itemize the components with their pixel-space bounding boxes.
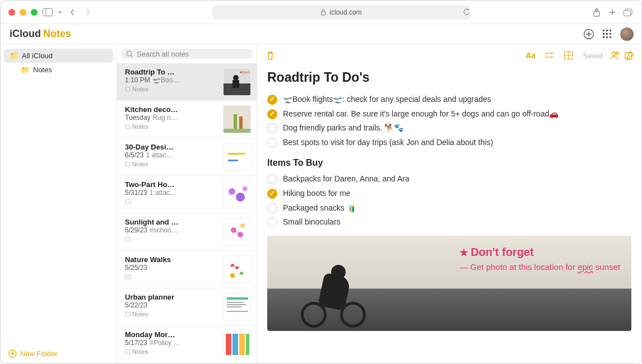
note-item-title: Sunlight and … (125, 218, 218, 226)
svg-rect-25 (224, 129, 250, 133)
sidebar-item-notes[interactable]: 📁 Notes (4, 63, 113, 77)
folder-icon: ▢ (125, 85, 131, 92)
checkbox[interactable] (267, 217, 277, 227)
checklist-item[interactable]: 🛫Book flights🛫: check for any special de… (267, 94, 631, 105)
new-tab-icon[interactable] (607, 7, 618, 18)
note-list-item[interactable]: Urban planner 5/22/23 ▢Notes (117, 288, 257, 326)
checklist-icon[interactable] (545, 50, 555, 60)
checkbox[interactable] (267, 174, 277, 184)
note-item-title: 30-Day Desi… (125, 143, 218, 151)
checklist-item[interactable]: Small binoculars (267, 217, 631, 228)
share-icon[interactable] (591, 7, 602, 18)
note-item-title: Urban planner (125, 293, 218, 301)
svg-rect-28 (224, 143, 250, 171)
close-window-button[interactable] (8, 9, 15, 16)
svg-point-17 (127, 51, 131, 55)
checkbox[interactable] (267, 123, 277, 133)
note-thumbnail (223, 330, 251, 358)
note-thumbnail (223, 293, 251, 321)
checklist-item[interactable]: Packaged snacks 🧃 (267, 203, 631, 214)
checklist-item[interactable]: Reserve rental car. Be sure it's large e… (267, 109, 631, 120)
forward-button[interactable] (82, 7, 94, 18)
folder-icon: ▢ (125, 198, 131, 205)
checklist-text: 🛫Book flights🛫: check for any special de… (283, 94, 491, 105)
checklist-text: Hiking boots for me (283, 188, 351, 199)
svg-rect-26 (234, 114, 237, 129)
note-item-title: Kitchen deco… (125, 105, 218, 114)
folder-icon: 📁 (21, 66, 29, 74)
saved-label: Saved (583, 52, 603, 60)
checklist-text: Packaged snacks 🧃 (283, 203, 356, 214)
note-item-title: Two-Part Ho… (125, 180, 218, 189)
checkbox[interactable] (267, 109, 277, 119)
svg-rect-52 (246, 334, 249, 355)
svg-point-55 (546, 56, 548, 58)
apps-grid-icon[interactable] (602, 29, 612, 39)
note-list-item[interactable]: Nature Walks 5/25/23 ▢ (117, 251, 257, 288)
svg-rect-14 (606, 36, 608, 38)
avatar[interactable] (620, 27, 634, 41)
checklist-item[interactable]: Best spots to visit for day trips (ask J… (267, 137, 631, 148)
text-style-icon[interactable]: Aa (525, 50, 536, 60)
checklist-item[interactable]: Backpacks for Daren, Anna, and Ara (267, 174, 631, 185)
note-list-item[interactable]: Roadtrip To … 1:10 PM🛫Boo… ▢Notes ★Don't… (117, 63, 257, 101)
url-bar[interactable]: icloud.com (212, 5, 470, 20)
note-content[interactable]: Roadtrip To Do's 🛫Book flights🛫: check f… (257, 67, 641, 363)
table-icon[interactable] (564, 50, 574, 60)
svg-rect-46 (227, 306, 241, 307)
note-item-title: Monday Mor… (125, 330, 218, 339)
back-button[interactable] (67, 7, 78, 18)
collaborate-icon[interactable] (609, 51, 619, 60)
brand-notes: Notes (43, 28, 71, 40)
note-subheading: Items To Buy (267, 158, 631, 168)
tabs-icon[interactable] (622, 7, 634, 18)
svg-rect-15 (610, 36, 611, 38)
search-input[interactable]: Search all notes (122, 49, 252, 59)
svg-rect-9 (610, 30, 611, 31)
traffic-lights (8, 9, 38, 16)
url-text: icloud.com (329, 8, 361, 16)
checklist-text: Best spots to visit for day trips (ask J… (283, 137, 493, 148)
handwritten-annotation: Don't forget — Get photo at this locatio… (459, 245, 620, 322)
new-folder-button[interactable]: New Folder (4, 344, 113, 363)
trash-icon[interactable] (265, 50, 275, 60)
compose-icon[interactable] (625, 51, 634, 60)
folder-icon: ▢ (125, 235, 131, 242)
sidebar-item-all-icloud[interactable]: 📁 All iCloud (4, 49, 113, 63)
checkbox[interactable] (267, 203, 277, 213)
svg-point-34 (243, 186, 247, 191)
note-editor: Aa Saved Roadtrip To Do's 🛫Book flights🛫… (257, 44, 641, 363)
svg-rect-22 (232, 80, 239, 88)
note-list-item[interactable]: Two-Part Ho… 5/31/231 attac… ▢ (117, 176, 257, 213)
svg-point-32 (229, 188, 235, 195)
search-placeholder: Search all notes (137, 50, 189, 58)
plus-circle-icon (8, 349, 17, 358)
checklist-item[interactable]: Dog friendly parks and trails. 🐕🐾 (267, 123, 631, 134)
chevron-down-icon[interactable] (58, 7, 62, 18)
checkbox[interactable] (267, 189, 277, 199)
note-list-item[interactable]: Monday Mor… 5/17/23#Policy … ▢Notes (117, 326, 257, 363)
checklist-item[interactable]: Hiking boots for me (267, 188, 631, 199)
maximize-window-button[interactable] (31, 9, 38, 16)
editor-toolbar: Aa Saved (257, 44, 641, 67)
svg-rect-11 (606, 33, 608, 35)
app-brand[interactable]: iCloud Notes (7, 28, 71, 40)
checklist-text: Reserve rental car. Be sure it's large e… (283, 109, 559, 120)
add-icon[interactable] (583, 29, 594, 40)
note-list-item[interactable]: Sunlight and … 5/29/23#schoo… ▢ (117, 213, 257, 251)
checkbox[interactable] (267, 95, 277, 105)
svg-rect-2 (322, 12, 325, 15)
reload-icon[interactable] (461, 7, 472, 18)
note-list-item[interactable]: Kitchen deco… TuesdayRug n… ▢Notes (117, 101, 257, 138)
note-list-item[interactable]: 30-Day Desi… 6/5/231 attac… ▢Notes (117, 138, 257, 176)
brand-icloud: iCloud (10, 28, 41, 40)
note-thumbnail (223, 180, 251, 208)
note-thumbnail (223, 143, 251, 171)
svg-point-21 (233, 75, 239, 81)
sidebar-toggle-icon[interactable] (42, 7, 53, 18)
attached-image[interactable]: Don't forget — Get photo at this locatio… (267, 236, 631, 331)
svg-rect-50 (232, 334, 238, 355)
note-item-title: Roadtrip To … (125, 68, 218, 76)
minimize-window-button[interactable] (20, 9, 26, 16)
checkbox[interactable] (267, 138, 277, 148)
